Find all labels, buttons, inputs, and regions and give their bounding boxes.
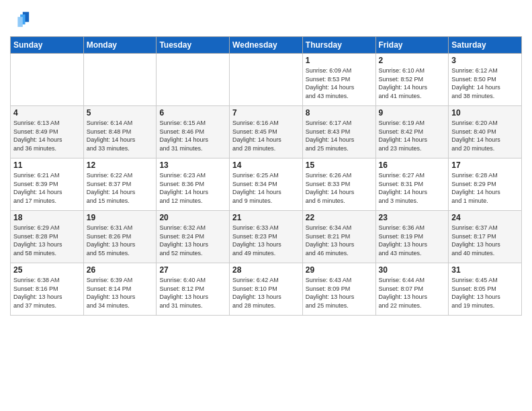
day-info: Sunrise: 6:33 AM Sunset: 8:23 PM Dayligh…: [232, 224, 300, 257]
calendar-cell: 28Sunrise: 6:42 AM Sunset: 8:10 PM Dayli…: [230, 263, 303, 316]
day-info: Sunrise: 6:10 AM Sunset: 8:52 PM Dayligh…: [379, 66, 446, 100]
calendar-cell: 14Sunrise: 6:25 AM Sunset: 8:34 PM Dayli…: [230, 158, 303, 211]
day-info: Sunrise: 6:12 AM Sunset: 8:50 PM Dayligh…: [451, 66, 519, 100]
day-number: 4: [13, 108, 81, 118]
calendar-cell: [83, 54, 157, 106]
calendar-cell: 9Sunrise: 6:19 AM Sunset: 8:42 PM Daylig…: [375, 106, 449, 158]
calendar-cell: 22Sunrise: 6:34 AM Sunset: 8:21 PM Dayli…: [302, 211, 375, 263]
day-number: 22: [306, 213, 373, 222]
day-number: 30: [379, 265, 446, 275]
calendar-cell: 29Sunrise: 6:43 AM Sunset: 8:09 PM Dayli…: [302, 263, 375, 316]
day-info: Sunrise: 6:27 AM Sunset: 8:31 PM Dayligh…: [379, 171, 446, 205]
day-number: 7: [232, 108, 300, 118]
logo-icon: [11, 9, 30, 28]
day-info: Sunrise: 6:39 AM Sunset: 8:14 PM Dayligh…: [87, 276, 154, 310]
day-info: Sunrise: 6:42 AM Sunset: 8:10 PM Dayligh…: [232, 276, 300, 310]
day-number: 9: [379, 108, 446, 118]
calendar-cell: 1Sunrise: 6:09 AM Sunset: 8:53 PM Daylig…: [302, 54, 375, 106]
calendar-week-3: 18Sunrise: 6:29 AM Sunset: 8:28 PM Dayli…: [11, 211, 522, 263]
calendar-cell: 20Sunrise: 6:32 AM Sunset: 8:24 PM Dayli…: [157, 211, 230, 263]
day-info: Sunrise: 6:21 AM Sunset: 8:39 PM Dayligh…: [13, 171, 81, 205]
calendar-cell: 31Sunrise: 6:45 AM Sunset: 8:05 PM Dayli…: [449, 263, 522, 316]
calendar-week-2: 11Sunrise: 6:21 AM Sunset: 8:39 PM Dayli…: [11, 158, 522, 211]
calendar-cell: 5Sunrise: 6:14 AM Sunset: 8:48 PM Daylig…: [83, 106, 157, 158]
calendar-cell: 17Sunrise: 6:28 AM Sunset: 8:29 PM Dayli…: [449, 158, 522, 211]
day-number: 19: [87, 213, 154, 222]
day-info: Sunrise: 6:40 AM Sunset: 8:12 PM Dayligh…: [159, 276, 226, 310]
day-info: Sunrise: 6:31 AM Sunset: 8:26 PM Dayligh…: [87, 224, 154, 257]
day-info: Sunrise: 6:32 AM Sunset: 8:24 PM Dayligh…: [159, 224, 226, 257]
day-info: Sunrise: 6:19 AM Sunset: 8:42 PM Dayligh…: [379, 119, 446, 152]
calendar-cell: 18Sunrise: 6:29 AM Sunset: 8:28 PM Dayli…: [11, 211, 84, 263]
day-info: Sunrise: 6:22 AM Sunset: 8:37 PM Dayligh…: [87, 171, 154, 205]
calendar-cell: 6Sunrise: 6:15 AM Sunset: 8:46 PM Daylig…: [157, 106, 230, 158]
day-number: 18: [13, 213, 81, 222]
calendar-cell: 24Sunrise: 6:37 AM Sunset: 8:17 PM Dayli…: [449, 211, 522, 263]
calendar-week-0: 1Sunrise: 6:09 AM Sunset: 8:53 PM Daylig…: [11, 54, 522, 106]
day-number: 25: [13, 265, 81, 275]
day-info: Sunrise: 6:09 AM Sunset: 8:53 PM Dayligh…: [306, 66, 373, 100]
calendar-cell: 23Sunrise: 6:36 AM Sunset: 8:19 PM Dayli…: [375, 211, 449, 263]
day-header-sunday: Sunday: [11, 37, 84, 54]
calendar-cell: 3Sunrise: 6:12 AM Sunset: 8:50 PM Daylig…: [449, 54, 522, 106]
day-number: 20: [159, 213, 226, 222]
calendar-week-4: 25Sunrise: 6:38 AM Sunset: 8:16 PM Dayli…: [11, 263, 522, 316]
day-number: 10: [451, 108, 519, 118]
day-info: Sunrise: 6:43 AM Sunset: 8:09 PM Dayligh…: [306, 276, 373, 310]
day-info: Sunrise: 6:34 AM Sunset: 8:21 PM Dayligh…: [306, 224, 373, 257]
day-number: 2: [379, 56, 446, 65]
day-info: Sunrise: 6:45 AM Sunset: 8:05 PM Dayligh…: [451, 276, 519, 310]
day-info: Sunrise: 6:26 AM Sunset: 8:33 PM Dayligh…: [306, 171, 373, 205]
svg-marker-2: [17, 17, 22, 27]
day-number: 24: [451, 213, 519, 222]
calendar-week-1: 4Sunrise: 6:13 AM Sunset: 8:49 PM Daylig…: [11, 106, 522, 158]
calendar-cell: [11, 54, 84, 106]
calendar-header: SundayMondayTuesdayWednesdayThursdayFrid…: [11, 37, 522, 54]
day-number: 8: [306, 108, 373, 118]
day-info: Sunrise: 6:14 AM Sunset: 8:48 PM Dayligh…: [87, 119, 154, 152]
day-header-thursday: Thursday: [302, 37, 375, 54]
day-number: 3: [451, 56, 519, 65]
day-info: Sunrise: 6:25 AM Sunset: 8:34 PM Dayligh…: [232, 171, 300, 205]
day-number: 12: [87, 161, 154, 170]
day-number: 28: [232, 265, 300, 275]
page-container: SundayMondayTuesdayWednesdayThursdayFrid…: [0, 0, 532, 322]
day-number: 21: [232, 213, 300, 222]
calendar-table: SundayMondayTuesdayWednesdayThursdayFrid…: [10, 36, 522, 316]
day-number: 17: [451, 161, 519, 170]
day-number: 23: [379, 213, 446, 222]
day-info: Sunrise: 6:36 AM Sunset: 8:19 PM Dayligh…: [379, 224, 446, 257]
calendar-cell: 10Sunrise: 6:20 AM Sunset: 8:40 PM Dayli…: [449, 106, 522, 158]
calendar-cell: 16Sunrise: 6:27 AM Sunset: 8:31 PM Dayli…: [375, 158, 449, 211]
calendar-cell: [157, 54, 230, 106]
day-number: 27: [159, 265, 226, 275]
day-info: Sunrise: 6:20 AM Sunset: 8:40 PM Dayligh…: [451, 119, 519, 152]
day-info: Sunrise: 6:23 AM Sunset: 8:36 PM Dayligh…: [159, 171, 226, 205]
day-header-tuesday: Tuesday: [157, 37, 230, 54]
day-info: Sunrise: 6:44 AM Sunset: 8:07 PM Dayligh…: [379, 276, 446, 310]
calendar-cell: 21Sunrise: 6:33 AM Sunset: 8:23 PM Dayli…: [230, 211, 303, 263]
day-info: Sunrise: 6:28 AM Sunset: 8:29 PM Dayligh…: [451, 171, 519, 205]
day-number: 6: [159, 108, 226, 118]
calendar-cell: 7Sunrise: 6:16 AM Sunset: 8:45 PM Daylig…: [230, 106, 303, 158]
calendar-cell: [230, 54, 303, 106]
logo: [10, 9, 33, 31]
day-info: Sunrise: 6:16 AM Sunset: 8:45 PM Dayligh…: [232, 119, 300, 152]
day-number: 5: [87, 108, 154, 118]
calendar-cell: 4Sunrise: 6:13 AM Sunset: 8:49 PM Daylig…: [11, 106, 84, 158]
day-number: 16: [379, 161, 446, 170]
day-number: 31: [451, 265, 519, 275]
day-number: 26: [87, 265, 154, 275]
day-number: 1: [306, 56, 373, 65]
day-info: Sunrise: 6:15 AM Sunset: 8:46 PM Dayligh…: [159, 119, 226, 152]
calendar-cell: 11Sunrise: 6:21 AM Sunset: 8:39 PM Dayli…: [11, 158, 84, 211]
day-header-friday: Friday: [375, 37, 449, 54]
day-info: Sunrise: 6:17 AM Sunset: 8:43 PM Dayligh…: [306, 119, 373, 152]
calendar-cell: 27Sunrise: 6:40 AM Sunset: 8:12 PM Dayli…: [157, 263, 230, 316]
calendar-cell: 25Sunrise: 6:38 AM Sunset: 8:16 PM Dayli…: [11, 263, 84, 316]
day-header-wednesday: Wednesday: [230, 37, 303, 54]
day-number: 29: [306, 265, 373, 275]
day-info: Sunrise: 6:37 AM Sunset: 8:17 PM Dayligh…: [451, 224, 519, 257]
calendar-cell: 19Sunrise: 6:31 AM Sunset: 8:26 PM Dayli…: [83, 211, 157, 263]
calendar-body: 1Sunrise: 6:09 AM Sunset: 8:53 PM Daylig…: [11, 54, 522, 316]
